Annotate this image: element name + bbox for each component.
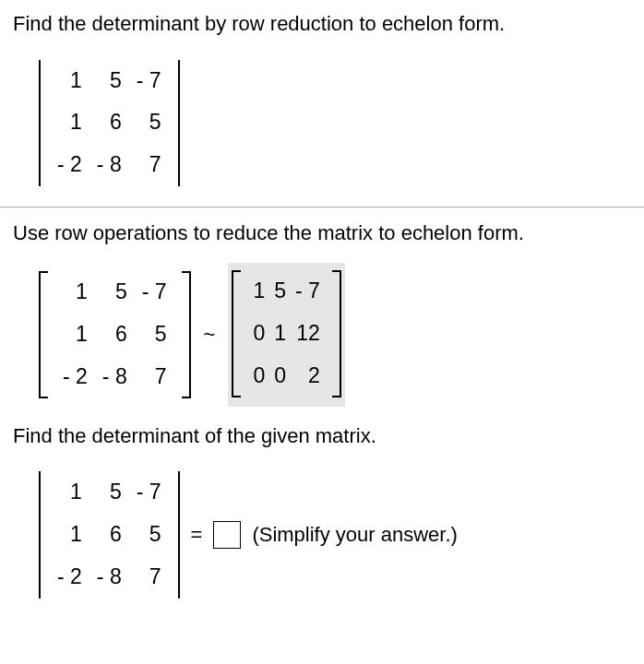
- cell: 1: [248, 270, 269, 313]
- bracket-right: [332, 270, 341, 397]
- answer-row: 15- 7 165 - 2- 87 = (Simplify your answe…: [39, 466, 631, 604]
- cell: 1: [269, 313, 291, 355]
- tilde-symbol: ~: [204, 322, 216, 349]
- cell: 12: [291, 313, 325, 355]
- matrix-table: 15- 7 165 - 2- 87: [55, 271, 174, 398]
- det-right-bar: [178, 471, 180, 599]
- cell: 7: [129, 144, 169, 186]
- bracket-matrix-echelon: 15- 7 0112 002: [232, 265, 340, 403]
- bracket-matrix-original: 15- 7 165 - 2- 87: [39, 266, 191, 404]
- cell: 0: [269, 355, 291, 397]
- determinant-matrix-original: 15- 7 165 - 2- 87: [39, 54, 180, 193]
- cell: 1: [50, 60, 89, 102]
- table-row: 165: [50, 101, 169, 144]
- step2-text: Find the determinant of the given matrix…: [13, 423, 631, 450]
- cell: 7: [129, 556, 169, 599]
- table-row: 0112: [248, 313, 324, 355]
- table-row: 165: [50, 514, 169, 556]
- equals-sign: =: [191, 522, 203, 549]
- table-row: 15- 7: [248, 270, 324, 313]
- table-row: - 2- 87: [50, 556, 169, 599]
- cell: 5: [129, 101, 169, 144]
- table-row: 15- 7: [50, 60, 169, 102]
- row-reduction-display: 15- 7 165 - 2- 87 ~ 15- 7 0112 002: [39, 263, 631, 406]
- matrix-table: 15- 7 165 - 2- 87: [50, 471, 169, 599]
- table-row: - 2- 87: [50, 144, 169, 186]
- cell: 1: [55, 271, 95, 314]
- cell: 5: [129, 514, 169, 556]
- cell: 2: [291, 355, 325, 397]
- matrix-table: 15- 7 165 - 2- 87: [50, 60, 169, 187]
- table-row: 002: [248, 355, 324, 397]
- cell: - 2: [50, 144, 89, 186]
- det-left-bar: [39, 471, 41, 599]
- cell: 5: [89, 471, 129, 514]
- cell: - 7: [291, 270, 325, 313]
- cell: 7: [135, 356, 174, 398]
- step1-text: Use row operations to reduce the matrix …: [13, 220, 631, 247]
- cell: 1: [55, 314, 95, 356]
- cell: - 7: [135, 271, 174, 314]
- cell: - 7: [129, 60, 169, 102]
- cell: 6: [95, 314, 135, 356]
- table-row: 165: [55, 314, 174, 356]
- question-title: Find the determinant by row reduction to…: [13, 11, 631, 38]
- cell: - 7: [129, 471, 169, 514]
- cell: - 8: [95, 356, 135, 398]
- cell: 1: [50, 101, 89, 144]
- cell: - 8: [89, 556, 129, 599]
- cell: 1: [50, 471, 89, 514]
- table-row: 15- 7: [55, 271, 174, 314]
- bracket-right: [182, 271, 191, 398]
- cell: 0: [248, 355, 269, 397]
- cell: - 8: [89, 144, 129, 186]
- cell: 5: [269, 270, 291, 313]
- cell: 5: [89, 60, 129, 102]
- cell: 0: [248, 313, 269, 355]
- answer-input[interactable]: [213, 521, 241, 549]
- cell: 1: [50, 514, 89, 556]
- bracket-left: [232, 270, 241, 397]
- cell: 5: [135, 314, 174, 356]
- cell: - 2: [55, 356, 95, 398]
- divider: [0, 207, 644, 208]
- cell: 6: [89, 514, 129, 556]
- cell: 6: [89, 101, 129, 144]
- bracket-left: [39, 271, 48, 398]
- det-right-bar: [178, 60, 180, 187]
- cell: 5: [95, 271, 135, 314]
- matrix-table: 15- 7 0112 002: [248, 270, 324, 397]
- cell: - 2: [50, 556, 89, 599]
- determinant-matrix-answer: 15- 7 165 - 2- 87: [39, 466, 180, 604]
- simplify-hint: (Simplify your answer.): [252, 522, 458, 549]
- echelon-highlight: 15- 7 0112 002: [228, 263, 344, 406]
- table-row: 15- 7: [50, 471, 169, 514]
- table-row: - 2- 87: [55, 356, 174, 398]
- det-left-bar: [39, 60, 41, 187]
